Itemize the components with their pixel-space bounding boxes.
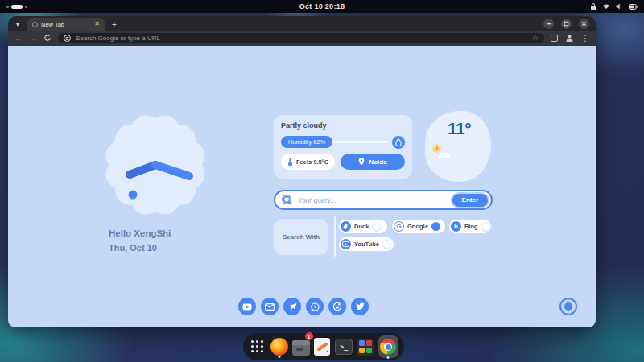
google-icon: G (394, 221, 404, 232)
engine-option-duck[interactable]: Duck (339, 220, 387, 233)
notification-badge: 1 (305, 332, 313, 340)
engine-option-google[interactable]: G Google (392, 220, 445, 233)
greeting-text: Hello XengShi (109, 228, 171, 238)
temperature-widget: 11° ☀ ☁ (425, 111, 491, 182)
bookmark-star-icon[interactable]: ☆ (532, 35, 539, 42)
dock-app-grid-button[interactable] (249, 336, 266, 357)
app-grid-icon (251, 340, 264, 353)
search-icon (282, 195, 293, 206)
engine-toggle[interactable] (382, 240, 391, 249)
extensions-icon[interactable] (551, 35, 558, 42)
social-links-row (238, 298, 369, 315)
close-icon (581, 21, 587, 27)
page-settings-button[interactable] (559, 298, 577, 315)
toolbar-right-icons: ⋮ (551, 31, 589, 46)
search-with-label: Search With (274, 219, 328, 255)
forward-button[interactable]: → (29, 35, 37, 43)
reload-icon (43, 34, 52, 42)
engine-option-bing[interactable]: b Bing (449, 220, 491, 233)
search-enter-button[interactable]: Enter (452, 194, 488, 207)
whatsapp-link[interactable] (306, 298, 324, 315)
tab-search-button[interactable]: ▾ (11, 19, 24, 30)
browser-toolbar: ← → G Search Google or type a URL ☆ ⋮ (8, 31, 596, 46)
droplet-icon (395, 138, 402, 146)
text-editor-icon (314, 338, 330, 356)
mail-link[interactable] (261, 298, 279, 315)
weather-bottom-row: Feels 9.5°C Noida (281, 154, 405, 170)
engine-label: YouTube (354, 241, 379, 248)
volume-icon (616, 3, 623, 10)
clock-face (99, 109, 212, 221)
date-text: Thu, Oct 10 (109, 243, 157, 253)
telegram-link[interactable] (283, 298, 301, 315)
engine-label: Bing (464, 223, 478, 230)
maximize-icon (564, 21, 569, 27)
twitter-link[interactable] (351, 298, 369, 315)
desktop-wallpaper: Oct 10 20:18 ▾ New Tab ✕ + (0, 0, 644, 362)
google-favicon-icon: G (64, 35, 71, 42)
weather-card: Partly cloudy Humidity 62% Feels 9.5°C (274, 115, 412, 179)
humidity-track (330, 141, 389, 143)
dock-terminal-button[interactable]: >_ (335, 336, 353, 357)
youtube-icon (242, 303, 252, 311)
twitter-icon (355, 302, 365, 311)
feels-like-text: Feels 9.5°C (296, 158, 328, 166)
cloud-icon: ☁ (435, 143, 452, 162)
humidity-droplet-button[interactable] (392, 136, 405, 149)
engine-toggle[interactable] (431, 222, 440, 231)
window-controls (543, 19, 589, 29)
location-pin-icon (358, 158, 365, 166)
feels-like-pill: Feels 9.5°C (281, 154, 335, 170)
analog-clock-widget (99, 109, 212, 221)
temperature-value: 11° (448, 119, 471, 138)
telegram-icon (288, 302, 297, 311)
humidity-pill: Humidity 62% (281, 136, 332, 148)
chevron-down-icon: ▾ (16, 21, 19, 28)
location-button[interactable]: Noida (341, 154, 405, 170)
dock-app-store-button[interactable] (357, 336, 374, 357)
dock-chrome-button[interactable] (378, 335, 398, 358)
profile-avatar[interactable] (565, 31, 574, 46)
back-button[interactable]: ← (14, 35, 23, 43)
instagram-icon (332, 302, 342, 311)
clock-seconds-dot (129, 191, 138, 200)
omnibox-placeholder[interactable]: Search Google or type a URL (76, 35, 527, 42)
duckduckgo-icon (341, 221, 351, 232)
tab-title: New Tab (41, 21, 91, 28)
tab-close-icon[interactable]: ✕ (94, 21, 100, 27)
bullseye-icon (564, 302, 572, 311)
dock-firefox-button[interactable] (270, 336, 288, 357)
chrome-icon (380, 339, 396, 355)
reload-button[interactable] (43, 34, 52, 43)
browser-menu-icon[interactable]: ⋮ (581, 35, 589, 43)
engine-label: Google (407, 223, 428, 230)
plus-icon: + (112, 20, 117, 29)
engine-option-youtube[interactable]: YouTube (339, 237, 394, 251)
engine-toggle[interactable] (481, 222, 490, 231)
new-tab-page: Hello XengShi Thu, Oct 10 Partly cloudy … (8, 46, 596, 327)
engine-toggle[interactable] (372, 222, 381, 231)
engine-label: Duck (354, 223, 369, 230)
dock-text-editor-button[interactable] (314, 336, 332, 357)
battery-icon (629, 4, 638, 10)
minimize-button[interactable] (543, 19, 554, 29)
tab-new-tab[interactable]: New Tab ✕ (27, 18, 105, 31)
new-tab-button[interactable]: + (108, 19, 121, 30)
system-top-bar: Oct 10 20:18 (0, 0, 644, 13)
instagram-link[interactable] (328, 298, 346, 315)
humidity-row: Humidity 62% (281, 136, 405, 148)
youtube-link[interactable] (238, 298, 256, 315)
mail-icon (265, 303, 275, 311)
page-search-bar: Enter (274, 190, 493, 210)
system-clock[interactable]: Oct 10 20:18 (0, 2, 644, 10)
terminal-icon: >_ (335, 339, 353, 355)
maximize-button[interactable] (561, 19, 572, 29)
search-input[interactable] (298, 196, 448, 204)
running-indicator (387, 356, 390, 359)
system-status-area[interactable] (590, 3, 638, 10)
omnibox[interactable]: G Search Google or type a URL ☆ (58, 33, 544, 43)
dock-archive-button[interactable]: 1 (292, 336, 310, 357)
app-store-icon (357, 339, 374, 356)
whatsapp-icon (311, 302, 320, 311)
close-button[interactable] (579, 19, 589, 29)
